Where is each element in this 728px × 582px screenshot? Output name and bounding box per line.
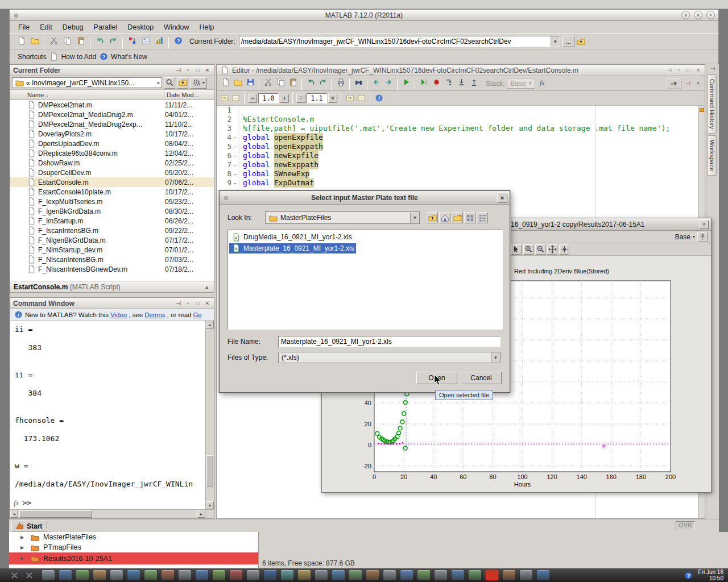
breakpoint-gutter[interactable] — [231, 106, 239, 115]
scroll-left-icon[interactable]: ◂ — [10, 510, 18, 518]
menu-window[interactable]: Window — [159, 22, 194, 33]
breakpoint-gutter[interactable] — [231, 124, 239, 133]
paste-button[interactable] — [287, 76, 299, 89]
app-icon[interactable] — [42, 570, 55, 580]
edit-plot-button[interactable] — [511, 244, 522, 255]
search-button[interactable] — [164, 77, 175, 89]
folder-address-combo[interactable]: « InovImager_jwrCF_WINLinx150... ▸ — [12, 77, 162, 88]
app-icon[interactable] — [417, 570, 430, 580]
zoom-in-button[interactable] — [523, 244, 533, 255]
dialog-file-list[interactable]: DrugMedia_16_0921_MI_yor1-2.xlsMasterpla… — [228, 230, 503, 330]
chevron-down-icon[interactable]: ▾ — [491, 352, 500, 363]
cell-value-field-2[interactable]: 1.1 — [307, 93, 327, 103]
current-folder-path-input[interactable] — [241, 38, 551, 45]
remove-cell-icon[interactable] — [230, 93, 241, 103]
app-icon[interactable] — [230, 570, 242, 580]
file-list-column-headers[interactable]: Name ▵ Date Mod... — [10, 90, 214, 100]
files-of-type-select[interactable]: (*.xls) ▾ — [278, 352, 500, 363]
matlab-titlebar[interactable]: MATLAB 7.12.0 (R2011a) ∨ ∧ × — [10, 10, 718, 21]
paste-button[interactable] — [74, 34, 88, 48]
help-button[interactable]: ? — [171, 34, 185, 48]
redo-button[interactable] — [106, 34, 120, 48]
code-line[interactable]: 2%EstartConsole.m — [217, 115, 698, 124]
app-icon[interactable] — [349, 570, 362, 580]
minimize-icon[interactable]: ∨ — [681, 11, 690, 19]
app-icon[interactable] — [503, 570, 515, 580]
breakpoint-gutter[interactable]: - — [231, 133, 239, 142]
simulink-button[interactable] — [125, 34, 139, 48]
code-line[interactable]: 7-global newExppath — [217, 160, 698, 169]
zoom-out-button[interactable] — [535, 244, 545, 255]
maximize-panel-icon[interactable]: □ — [194, 67, 201, 73]
code-line[interactable]: 6-global newExpfile — [217, 151, 698, 160]
up-one-level-button[interactable] — [177, 77, 188, 89]
maximize-panel-icon[interactable]: □ — [685, 67, 692, 73]
decrease-value-button[interactable]: − — [248, 94, 257, 103]
file-row[interactable]: F_NIscanIntensBG.m07/03/2... — [10, 255, 214, 264]
file-row[interactable]: EstartConsole10plate.m10/17/2... — [10, 187, 214, 197]
app-icon[interactable] — [400, 570, 413, 580]
file-row[interactable]: DshowRaw.m02/25/2... — [10, 158, 214, 168]
divide-value-button[interactable]: ÷ — [296, 94, 305, 103]
actions-gear-button[interactable]: ▾ — [190, 77, 207, 89]
app-icon[interactable] — [93, 570, 106, 580]
file-row[interactable]: F_ImStartup.m06/26/2... — [10, 216, 214, 226]
shortcut-whats-new[interactable]: ?What's New — [98, 52, 147, 62]
horizontal-scrollbar[interactable]: ◂ ▸ — [10, 509, 214, 518]
command-window-header[interactable]: Command Window ⊣ ▫ □ × — [10, 298, 214, 309]
breakpoint-gutter[interactable]: - — [231, 169, 239, 178]
menu-parallel[interactable]: Parallel — [89, 22, 123, 33]
file-row[interactable]: DsuperCellDev.m05/20/2... — [10, 168, 214, 177]
code-line[interactable]: 5-global openExppath — [217, 142, 698, 151]
chevron-down-icon[interactable]: ▾ — [551, 36, 560, 47]
close-icon[interactable]: × — [700, 220, 709, 229]
look-in-select[interactable]: MasterPlateFiles ▾ — [265, 211, 420, 224]
new-script-button[interactable] — [219, 76, 231, 89]
app-icon[interactable] — [315, 570, 328, 580]
dock-icon[interactable]: ⊣ — [175, 300, 182, 306]
tray-icon[interactable]: ? — [684, 570, 694, 580]
dock-tab-workspace[interactable]: Workspace — [708, 135, 717, 176]
code-line[interactable]: 1 — [217, 106, 698, 115]
file-row[interactable]: F_NIgenBkGrdData.m07/17/2... — [10, 235, 214, 245]
publish-icon[interactable]: % — [345, 93, 355, 103]
file-row[interactable]: F_IexpMultiTseries.m05/23/2... — [10, 197, 214, 206]
close-icon[interactable]: × — [497, 193, 507, 203]
cell-value-field-1[interactable]: 1.0 — [258, 93, 279, 103]
step-in-button[interactable] — [455, 76, 468, 89]
file-row[interactable]: DMPexcel2mat_MediaDrug2exp...11/10/2... — [10, 119, 214, 129]
run-button[interactable] — [400, 76, 412, 89]
tray-icon[interactable]: ? — [684, 570, 694, 580]
editor-header[interactable]: Editor - /media/data/EASY/InovImager_jwr… — [217, 65, 705, 76]
menu-help[interactable]: Help — [195, 22, 220, 33]
menu-file[interactable]: File — [13, 22, 35, 33]
chevron-right-icon[interactable]: ▸ — [158, 80, 162, 85]
dialog-file-item[interactable]: Masterplate_16_0921_MI_yor1-2.xls — [229, 243, 356, 253]
close-panel-icon[interactable]: × — [204, 300, 211, 306]
current-folder-header[interactable]: Current Folder ⊣ ▫ □ × — [10, 65, 214, 76]
app-icon[interactable] — [383, 570, 396, 580]
cut-button[interactable] — [47, 34, 60, 48]
save-button[interactable] — [244, 76, 257, 89]
multiply-value-button[interactable]: × — [328, 94, 337, 103]
tool-icon-2[interactable] — [24, 570, 34, 580]
chevron-down-icon[interactable]: ▾ — [410, 213, 419, 223]
pin-icon[interactable] — [697, 232, 708, 242]
redo-button[interactable] — [317, 76, 329, 89]
chevron-down-icon[interactable]: ▾ — [693, 234, 695, 239]
breakpoint-gutter[interactable]: - — [231, 178, 239, 188]
app-icon[interactable] — [264, 570, 276, 580]
expand-caret-icon[interactable]: ▶ — [20, 535, 26, 540]
code-line[interactable]: 9-global ExpOutmat — [217, 178, 698, 188]
app-icon[interactable] — [452, 570, 464, 580]
breakpoint-gutter[interactable]: - — [231, 160, 239, 169]
attention-app-icon[interactable] — [486, 570, 498, 580]
close-panel-icon[interactable]: × — [204, 67, 211, 73]
app-icon[interactable] — [366, 570, 379, 580]
info-icon[interactable]: i — [374, 93, 384, 103]
cancel-button[interactable]: Cancel — [461, 372, 502, 384]
copy-button[interactable] — [274, 76, 287, 89]
app-icon[interactable] — [520, 570, 532, 580]
dock-icon[interactable]: ⊣ — [706, 64, 719, 73]
list-view-button[interactable] — [464, 212, 475, 223]
